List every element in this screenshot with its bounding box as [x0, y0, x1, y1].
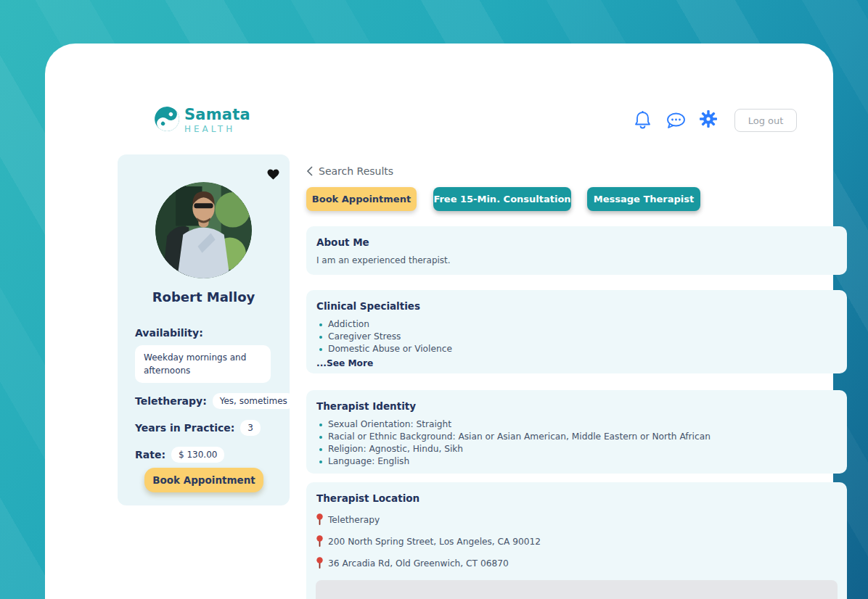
list-item: Language: English — [316, 455, 837, 468]
location-row: 36 Arcadia Rd, Old Greenwich, CT 06870 — [316, 557, 837, 569]
list-item: Addiction — [316, 318, 837, 331]
list-item: Caregiver Stress — [316, 331, 837, 343]
therapist-profile-card: Robert Malloy Availability: Weekday morn… — [118, 154, 290, 505]
availability-label: Availability: — [135, 327, 275, 339]
message-therapist-button[interactable]: Message Therapist — [587, 187, 700, 211]
years-label: Years in Practice: — [135, 422, 234, 434]
rate-label: Rate: — [135, 449, 165, 460]
see-more-link[interactable]: ...See More — [316, 358, 837, 368]
brand-subname: HEALTH — [184, 125, 250, 133]
availability-value: Weekday mornings and afternoons — [135, 345, 271, 383]
rate-value: $ 130.00 — [171, 447, 224, 463]
location-row: 200 North Spring Street, Los Angeles, CA… — [316, 535, 837, 548]
about-me-body: I am an experienced therapist. — [316, 255, 837, 265]
map-pin-icon — [316, 557, 323, 569]
years-value: 3 — [240, 420, 261, 436]
notifications-bell-icon[interactable] — [634, 110, 651, 129]
back-to-search-results[interactable]: Search Results — [306, 165, 393, 177]
map-placeholder: ! — [316, 580, 838, 599]
favorite-heart-icon[interactable] — [267, 169, 279, 180]
samata-logo-icon — [154, 106, 180, 132]
list-item: Racial or Ethnic Background: Asian or As… — [316, 431, 837, 443]
profile-details: Availability: Weekday mornings and after… — [135, 327, 275, 474]
identity-list: Sexual Orientation: Straight Racial or E… — [316, 418, 837, 468]
rate-row: Rate: $ 130.00 — [135, 447, 275, 463]
messages-chat-icon[interactable] — [666, 112, 686, 129]
clinical-specialties-section: Clinical Specialties Addiction Caregiver… — [306, 290, 847, 373]
book-appointment-button[interactable]: Book Appointment — [306, 187, 417, 211]
book-appointment-sidebar-button[interactable]: Book Appointment — [144, 468, 263, 492]
clinical-specialties-title: Clinical Specialties — [316, 300, 837, 312]
avatar-photo — [155, 182, 252, 278]
therapist-avatar — [155, 182, 252, 278]
list-item: Sexual Orientation: Straight — [316, 418, 837, 431]
therapist-identity-section: Therapist Identity Sexual Orientation: S… — [306, 390, 847, 474]
map-pin-icon — [316, 513, 323, 526]
free-consultation-button[interactable]: Free 15-Min. Consultation — [433, 187, 571, 211]
about-me-title: About Me — [316, 236, 837, 248]
about-me-section: About Me I am an experienced therapist. — [306, 226, 847, 275]
breadcrumb-label: Search Results — [319, 165, 393, 177]
logout-button[interactable]: Log out — [734, 109, 797, 132]
teletherapy-row: Teletherapy: Yes, sometimes — [135, 393, 275, 409]
chevron-left-icon — [306, 166, 313, 176]
app-window: Samata HEALTH — [45, 44, 833, 599]
years-row: Years in Practice: 3 — [135, 420, 275, 436]
therapist-location-section: Therapist Location Teletherapy 200 North… — [306, 482, 847, 599]
therapist-location-title: Therapist Location — [316, 492, 837, 504]
brand-name: Samata — [184, 107, 250, 123]
location-text: 36 Arcadia Rd, Old Greenwich, CT 06870 — [328, 558, 509, 569]
teletherapy-value: Yes, sometimes — [213, 393, 295, 409]
specialties-list: Addiction Caregiver Stress Domestic Abus… — [316, 318, 837, 355]
map-pin-icon — [316, 535, 323, 548]
settings-gear-icon[interactable] — [700, 110, 717, 128]
page-background: Samata HEALTH — [0, 0, 868, 599]
therapist-identity-title: Therapist Identity — [316, 400, 837, 412]
list-item: Domestic Abuse or Violence — [316, 343, 837, 355]
location-text: 200 North Spring Street, Los Angeles, CA… — [328, 537, 541, 547]
teletherapy-label: Teletherapy: — [135, 395, 207, 407]
location-row: Teletherapy — [316, 513, 837, 526]
list-item: Religion: Agnostic, Hindu, Sikh — [316, 443, 837, 455]
brand-wordmark: Samata HEALTH — [184, 107, 250, 133]
therapist-name: Robert Malloy — [118, 289, 290, 305]
location-text: Teletherapy — [328, 515, 380, 525]
